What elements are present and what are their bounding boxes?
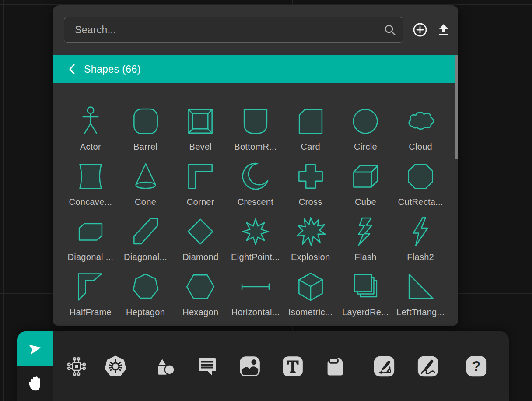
magnifier-icon	[383, 23, 396, 36]
diamond-shape-icon	[185, 212, 216, 251]
bottom-toolbar: ?	[18, 331, 509, 401]
diagonal-stripe-shape-icon	[130, 212, 161, 251]
shape-item-barrel[interactable]: Barrel	[118, 102, 173, 157]
shape-item-diagonal-stripe[interactable]: Diagonal...	[118, 212, 173, 267]
network-tool-button[interactable]	[64, 354, 89, 379]
circle-shape-icon	[350, 102, 381, 141]
search-actions	[412, 22, 451, 38]
shape-label: HalfFrame	[70, 306, 112, 318]
cross-shape-icon	[295, 157, 326, 196]
shape-label: Concave...	[69, 196, 112, 208]
shape-item-cross[interactable]: Cross	[283, 157, 338, 212]
toolbar-divider	[360, 338, 360, 395]
circle-plus-icon	[412, 22, 428, 38]
upload-icon	[437, 23, 451, 37]
shapes-icon	[154, 356, 175, 377]
select-tool-button[interactable]	[18, 331, 52, 366]
shape-item-concave[interactable]: Concave...	[63, 157, 118, 212]
shape-item-layered-rectangles[interactable]: LayerdRe...	[338, 267, 393, 322]
note-tool-button[interactable]	[323, 354, 348, 379]
svg-text:?: ?	[472, 358, 481, 374]
shape-label: EightPoint...	[231, 251, 280, 263]
panel-scrollbar[interactable]	[455, 55, 458, 159]
shape-label: Cone	[135, 196, 156, 208]
shape-item-cone[interactable]: Cone	[118, 157, 173, 212]
shape-label: Isometric...	[288, 306, 332, 318]
toolbar-group	[152, 354, 348, 379]
toolbar-group: ?	[464, 354, 489, 379]
shape-item-explosion[interactable]: Explosion	[283, 212, 338, 267]
shape-item-card[interactable]: Card	[283, 102, 338, 157]
shape-item-corner[interactable]: Corner	[173, 157, 228, 212]
image-tool-button[interactable]	[238, 354, 262, 379]
shape-item-half-frame[interactable]: HalfFrame	[63, 267, 118, 322]
shape-item-heptagon[interactable]: Heptagon	[118, 267, 173, 322]
pen-tool-button[interactable]	[372, 354, 396, 379]
shape-item-eight-point-star[interactable]: EightPoint...	[228, 212, 283, 267]
shape-item-crescent[interactable]: Crescent	[228, 157, 283, 212]
shape-item-left-triangle[interactable]: LeftTriang...	[393, 267, 448, 322]
search-box	[64, 17, 403, 43]
isometric-cube-shape-icon	[295, 267, 326, 306]
shape-item-horizontal-line[interactable]: Horizontal...	[228, 267, 283, 322]
shape-label: Actor	[80, 141, 101, 152]
text-tool-button[interactable]	[280, 354, 305, 379]
shape-item-cloud[interactable]: Cloud	[393, 102, 448, 157]
crescent-shape-icon	[240, 157, 271, 196]
toolbar-left-column	[18, 331, 52, 401]
shape-label: Bevel	[189, 141, 212, 152]
toolbar-main: ?	[52, 331, 489, 401]
kubernetes-tool-button[interactable]	[103, 354, 128, 379]
shape-item-flash[interactable]: Flash	[338, 212, 393, 267]
toolbar-group	[64, 354, 128, 379]
shape-label: Flash2	[407, 251, 434, 263]
shape-label: Diagonal...	[124, 251, 167, 263]
shape-item-actor[interactable]: Actor	[63, 102, 118, 157]
shape-item-bottom-rounded[interactable]: BottomR...	[228, 102, 283, 157]
cut-rectangle-shape-icon	[405, 157, 436, 196]
shape-item-diamond[interactable]: Diamond	[173, 212, 228, 267]
shapes-category-title: Shapes (66)	[84, 63, 141, 75]
shape-item-cube[interactable]: Cube	[338, 157, 393, 212]
hexagon-shape-icon	[185, 267, 216, 306]
cursor-icon	[28, 342, 42, 356]
shape-item-diagonal-rounded[interactable]: Diagonal ...	[63, 212, 118, 267]
shape-item-bevel[interactable]: Bevel	[173, 102, 228, 157]
concave-shape-icon	[75, 157, 106, 196]
draw-tool-button[interactable]	[416, 354, 440, 379]
barrel-shape-icon	[130, 102, 161, 141]
horizontal-line-shape-icon	[240, 267, 271, 306]
shape-label: Diagonal ...	[67, 251, 113, 263]
add-shape-button[interactable]	[412, 22, 428, 38]
shape-label: Corner	[187, 196, 214, 208]
shapes-tool-button[interactable]	[152, 354, 176, 379]
shape-item-flash2[interactable]: Flash2	[393, 212, 448, 267]
bottom-rounded-shape-icon	[240, 102, 271, 141]
shape-label: Horizontal...	[231, 306, 280, 318]
shapes-category-header[interactable]: Shapes (66)	[52, 55, 458, 83]
shape-item-cut-rectangle[interactable]: CutRecta...	[393, 157, 448, 212]
shape-item-circle[interactable]: Circle	[338, 102, 393, 157]
comment-icon	[196, 355, 218, 377]
cone-shape-icon	[130, 157, 161, 196]
hand-icon	[27, 376, 43, 392]
shape-label: Cube	[355, 196, 376, 208]
shape-label: LayerdRe...	[342, 306, 389, 318]
shape-item-hexagon[interactable]: Hexagon	[173, 267, 228, 322]
shape-label: Card	[301, 141, 320, 152]
comment-tool-button[interactable]	[195, 354, 219, 379]
card-shape-icon	[295, 102, 326, 141]
heptagon-shape-icon	[130, 267, 161, 306]
shape-label: Diamond	[182, 251, 218, 263]
shape-label: BottomR...	[234, 141, 276, 152]
pan-tool-button[interactable]	[18, 366, 52, 401]
shape-item-isometric-cube[interactable]: Isometric...	[283, 267, 338, 322]
shape-label: Circle	[354, 141, 377, 152]
shape-label: Barrel	[133, 141, 158, 152]
half-frame-shape-icon	[75, 267, 106, 306]
upload-shape-button[interactable]	[437, 23, 451, 37]
search-input[interactable]	[64, 17, 403, 43]
question-icon: ?	[465, 355, 488, 378]
search-row	[52, 5, 458, 43]
help-tool-button[interactable]: ?	[464, 354, 489, 379]
